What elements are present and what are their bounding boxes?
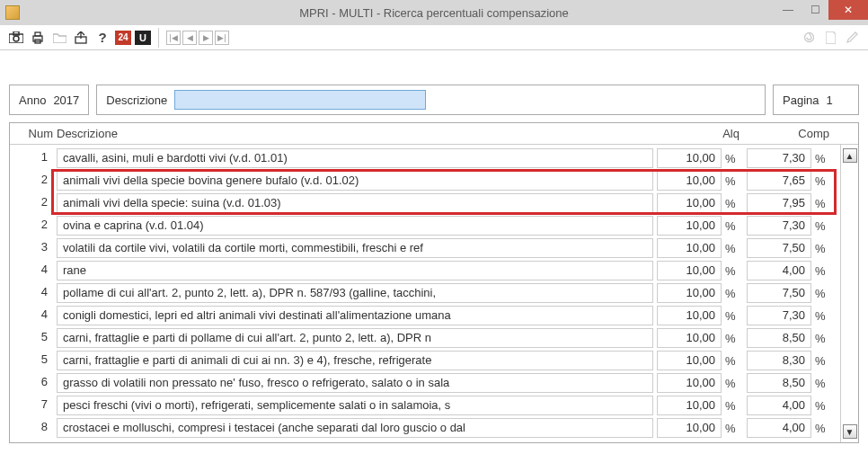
export-icon[interactable] [72, 29, 90, 47]
cell-alq: 10,00 [657, 306, 722, 325]
toolbar: ? 24 U |◀ ◀ ▶ ▶| [0, 25, 868, 50]
nav-next-button[interactable]: ▶ [199, 31, 213, 45]
nav-prev-button[interactable]: ◀ [182, 31, 197, 45]
nav-first-button[interactable]: |◀ [166, 31, 181, 45]
percent-symbol: % [725, 152, 743, 165]
descrizione-label: Descrizione [106, 93, 167, 107]
cell-alq: 10,00 [657, 171, 722, 191]
folder-icon[interactable] [50, 29, 68, 47]
maximize-button[interactable]: ☐ [802, 0, 828, 20]
table-row[interactable]: 2ovina e caprina (v.d. 01.04)10,00%7,30% [17, 215, 833, 236]
descrizione-input[interactable] [174, 90, 426, 110]
descrizione-box: Descrizione [96, 85, 766, 115]
nav-last-button[interactable]: ▶| [215, 31, 229, 45]
camera-icon[interactable] [7, 29, 25, 47]
cell-num: 2 [17, 216, 53, 236]
badge-u[interactable]: U [135, 31, 151, 45]
badge-24[interactable]: 24 [115, 31, 131, 45]
percent-symbol: % [725, 377, 743, 390]
cell-comp: 8,50 [747, 373, 811, 393]
cell-descrizione: pollame di cui all'art. 2, punto 2, lett… [57, 283, 653, 303]
svg-rect-1 [13, 31, 19, 35]
percent-symbol: % [815, 152, 833, 165]
cell-num: 4 [17, 306, 53, 325]
table-row[interactable]: 7pesci freschi (vivi o morti), refrigera… [17, 395, 833, 416]
cell-descrizione: ovina e caprina (v.d. 01.04) [57, 216, 653, 236]
cell-num: 5 [17, 351, 53, 370]
table-row[interactable]: 6grasso di volatili non pressato ne' fus… [17, 372, 833, 394]
attach-icon[interactable] [800, 29, 818, 47]
col-descrizione[interactable]: Descrizione [57, 127, 671, 140]
cell-comp: 7,50 [747, 283, 811, 303]
edit-icon[interactable] [843, 29, 861, 47]
cell-descrizione: volatili da cortile vivi, volatili da co… [57, 238, 653, 258]
document-icon[interactable] [821, 29, 839, 47]
anno-value: 2017 [53, 93, 79, 107]
cell-comp: 4,00 [747, 261, 811, 280]
cell-num: 2 [17, 193, 53, 213]
cell-comp: 7,65 [747, 171, 811, 191]
percent-symbol: % [815, 287, 833, 300]
table-row[interactable]: 2animali vivi della specie: suina (v.d. … [17, 192, 833, 214]
vertical-scroll: ▲ ▼ [840, 145, 858, 442]
cell-descrizione: rane [57, 261, 653, 280]
scroll-bottom-button[interactable]: ▼ [843, 424, 857, 439]
help-icon[interactable]: ? [93, 29, 111, 47]
close-button[interactable]: ✕ [828, 0, 868, 20]
cell-num: 5 [17, 328, 53, 348]
anno-label: Anno [19, 93, 46, 107]
svg-rect-4 [35, 32, 40, 36]
table-row[interactable]: 4pollame di cui all'art. 2, punto 2, let… [17, 282, 833, 304]
app-window: MPRI - MULTI - Ricerca percentuali compe… [0, 0, 868, 463]
content-area: Anno 2017 Descrizione Pagina 1 Num Descr… [0, 50, 868, 449]
print-icon[interactable] [29, 29, 47, 47]
percent-symbol: % [725, 399, 743, 413]
data-grid: Num Descrizione Alq Comp 1cavalli, asini… [9, 122, 859, 443]
grid-header: Num Descrizione Alq Comp [10, 123, 858, 145]
record-nav: |◀ ◀ ▶ ▶| [166, 31, 229, 45]
cell-num: 7 [17, 396, 53, 415]
percent-symbol: % [815, 242, 833, 255]
scroll-top-button[interactable]: ▲ [843, 148, 857, 163]
pagina-label: Pagina [783, 93, 819, 107]
col-alq[interactable]: Alq [675, 127, 740, 140]
col-comp[interactable]: Comp [765, 127, 829, 140]
cell-comp: 4,00 [747, 418, 811, 438]
cell-comp: 7,50 [747, 238, 811, 258]
cell-num: 8 [17, 418, 53, 438]
cell-descrizione: grasso di volatili non pressato ne' fuso… [57, 373, 653, 393]
cell-num: 6 [17, 373, 53, 393]
percent-symbol: % [725, 309, 743, 323]
toolbar-separator [158, 28, 159, 48]
cell-num: 3 [17, 238, 53, 258]
pagina-value: 1 [826, 93, 832, 107]
percent-symbol: % [815, 332, 833, 345]
titlebar: MPRI - MULTI - Ricerca percentuali compe… [0, 0, 868, 25]
cell-descrizione: crostacei e molluschi, compresi i testac… [57, 418, 653, 438]
table-row[interactable]: 5carni, frattaglie e parti di animali di… [17, 350, 833, 371]
cell-comp: 8,30 [747, 351, 811, 370]
cell-num: 4 [17, 283, 53, 303]
minimize-button[interactable]: — [775, 0, 802, 20]
percent-symbol: % [725, 354, 743, 368]
table-row[interactable]: 2animali vivi della specie bovina genere… [17, 170, 833, 191]
col-num[interactable]: Num [17, 127, 53, 140]
percent-symbol: % [725, 422, 743, 435]
table-row[interactable]: 1cavalli, asini, muli e bardotti vivi (v… [17, 147, 833, 169]
percent-symbol: % [725, 287, 743, 300]
table-row[interactable]: 5carni, frattaglie e parti di pollame di… [17, 327, 833, 349]
cell-comp: 7,30 [747, 306, 811, 325]
cell-comp: 7,30 [747, 148, 811, 168]
percent-symbol: % [815, 197, 833, 210]
cell-comp: 7,30 [747, 216, 811, 236]
toolbar-right [800, 29, 861, 47]
table-row[interactable]: 3volatili da cortile vivi, volatili da c… [17, 237, 833, 259]
pagina-box: Pagina 1 [773, 85, 859, 115]
table-row[interactable]: 4conigli domestici, lepri ed altri anima… [17, 305, 833, 326]
table-row[interactable]: 4rane10,00%4,00% [17, 260, 833, 281]
table-row[interactable]: 8crostacei e molluschi, compresi i testa… [17, 417, 833, 439]
percent-symbol: % [815, 174, 833, 188]
cell-descrizione: animali vivi della specie: suina (v.d. 0… [57, 193, 653, 213]
cell-descrizione: carni, frattaglie e parti di animali di … [57, 351, 653, 370]
percent-symbol: % [725, 174, 743, 188]
